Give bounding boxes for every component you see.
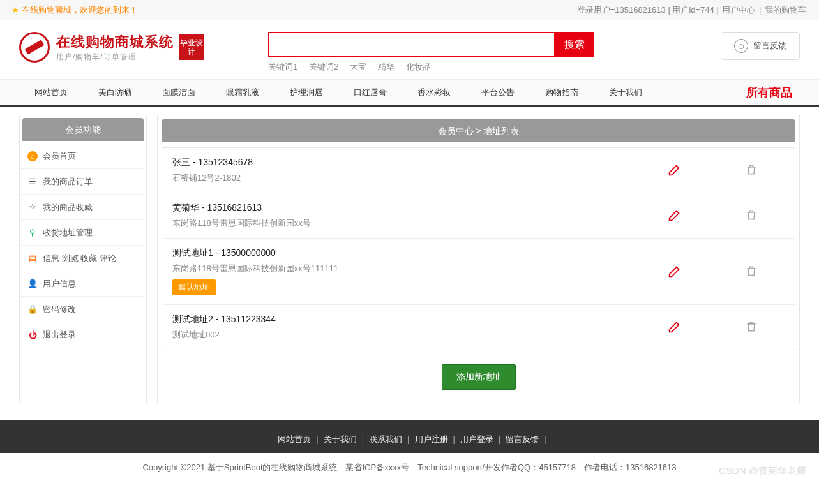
logo-icon — [19, 32, 50, 63]
sidebar-item[interactable]: ☆我的商品收藏 — [20, 195, 146, 220]
user-center-link[interactable]: 用户中心 — [722, 5, 755, 15]
welcome-text: ★ 在线购物商城，欢迎您的到来！ — [11, 0, 138, 20]
order-icon: ☰ — [27, 177, 38, 187]
sidebar-item[interactable]: ⚲收货地址管理 — [20, 220, 146, 246]
footer-link[interactable]: 用户登录 — [460, 434, 493, 444]
keyword-link[interactable]: 精华 — [378, 62, 394, 71]
keyword-link[interactable]: 关键词1 — [268, 62, 297, 71]
address-title: 测试地址1 - 13500000000 — [172, 248, 667, 259]
nav-item[interactable]: 平台公告 — [466, 80, 530, 105]
user-id-label: 用户id=744 — [672, 5, 714, 15]
delete-icon[interactable] — [745, 163, 759, 177]
search-input[interactable] — [268, 32, 555, 57]
edit-icon[interactable] — [667, 209, 681, 223]
address-item: 测试地址1 - 13500000000东岗路118号雷恩国际科技创新园xx号11… — [162, 239, 795, 305]
address-title: 测试地址2 - 13511223344 — [172, 314, 667, 325]
keyword-link[interactable]: 化妆品 — [406, 62, 431, 71]
footer-link[interactable]: 留言反馈 — [506, 434, 539, 444]
breadcrumb: 会员中心 > 地址列表 — [162, 119, 795, 142]
default-address-tag: 默认地址 — [172, 279, 216, 295]
address-item: 张三 - 13512345678石桥铺12号2-1802 — [162, 148, 795, 193]
nav-item[interactable]: 护理润唇 — [274, 80, 338, 105]
star-icon: ☆ — [27, 202, 38, 212]
nav-item[interactable]: 网站首页 — [19, 80, 83, 105]
search-button[interactable]: 搜索 — [555, 32, 594, 57]
sidebar-item-label: 会员首页 — [43, 151, 76, 162]
address-detail: 石桥铺12号2-1802 — [172, 172, 667, 184]
sidebar-item[interactable]: 🔒密码修改 — [20, 297, 146, 322]
nav-item[interactable]: 面膜洁面 — [147, 80, 211, 105]
delete-icon[interactable] — [745, 265, 759, 279]
star-icon: ★ — [11, 0, 19, 20]
nav-item[interactable]: 关于我们 — [594, 80, 657, 105]
footer-link[interactable]: 关于我们 — [324, 434, 357, 444]
copyright-text: Copyright ©2021 基于SprintBoot的在线购物商城系统 某省… — [142, 463, 676, 472]
logo-badge: 毕业设计 — [179, 34, 204, 60]
address-detail: 东岗路118号雷恩国际科技创新园xx号 — [172, 218, 667, 229]
logo-block[interactable]: 在线购物商城系统 用户/购物车/订单管理 毕业设计 — [19, 32, 204, 63]
sidebar-item-label: 退出登录 — [43, 329, 76, 341]
sidebar-item[interactable]: ⌂会员首页 — [20, 144, 146, 169]
sidebar-item-label: 密码修改 — [43, 304, 76, 315]
top-right-links: 登录用户=13516821613 | 用户id=744 | 用户中心 | 我的购… — [577, 0, 808, 20]
all-goods-link[interactable]: 所有商品 — [739, 85, 800, 100]
watermark: CSDN @黄菊华老师 — [719, 465, 806, 477]
address-item: 测试地址2 - 13511223344测试地址002 — [162, 305, 795, 350]
nav-item[interactable]: 美白防晒 — [83, 80, 147, 105]
keyword-link[interactable]: 关键词2 — [309, 62, 338, 71]
list-icon: ▤ — [27, 253, 38, 263]
pin-icon: ⚲ — [27, 228, 38, 238]
nav-item[interactable]: 眼霜乳液 — [211, 80, 274, 105]
address-detail: 测试地址002 — [172, 329, 667, 341]
edit-icon[interactable] — [667, 265, 681, 279]
delete-icon[interactable] — [745, 209, 759, 223]
power-icon: ⏻ — [27, 330, 38, 340]
sidebar-item[interactable]: ⏻退出登录 — [20, 322, 146, 348]
feedback-button[interactable]: ☺ 留言反馈 — [721, 32, 800, 60]
nav-item[interactable]: 口红唇膏 — [338, 80, 402, 105]
nav-item[interactable]: 香水彩妆 — [402, 80, 466, 105]
edit-icon[interactable] — [667, 320, 681, 334]
footer-link[interactable]: 联系我们 — [369, 434, 402, 444]
sidebar-title: 会员功能 — [22, 118, 144, 141]
address-item: 黄菊华 - 13516821613东岗路118号雷恩国际科技创新园xx号 — [162, 193, 795, 239]
address-detail: 东岗路118号雷恩国际科技创新园xx号111111 — [172, 263, 667, 274]
my-cart-link[interactable]: 我的购物车 — [765, 5, 806, 15]
delete-icon[interactable] — [745, 320, 759, 334]
sidebar-item-label: 我的商品订单 — [43, 176, 93, 188]
sidebar-item-label: 信息 浏览 收藏 评论 — [43, 253, 116, 264]
address-title: 张三 - 13512345678 — [172, 157, 667, 168]
logo-subtitle: 用户/购物车/订单管理 — [56, 52, 174, 63]
logo-title: 在线购物商城系统 — [56, 33, 174, 52]
home-icon: ⌂ — [27, 151, 38, 161]
sidebar-item[interactable]: 👤用户信息 — [20, 271, 146, 297]
address-title: 黄菊华 - 13516821613 — [172, 202, 667, 214]
login-user-label: 登录用户=13516821613 — [577, 5, 666, 15]
sidebar-item[interactable]: ☰我的商品订单 — [20, 169, 146, 195]
sidebar-item-label: 用户信息 — [43, 278, 76, 290]
sidebar-item-label: 收货地址管理 — [43, 227, 93, 239]
keyword-link[interactable]: 大宝 — [350, 62, 366, 71]
edit-icon[interactable] — [667, 163, 681, 177]
lock-icon: 🔒 — [27, 304, 38, 315]
footer-link[interactable]: 网站首页 — [278, 434, 311, 444]
sidebar-item-label: 我的商品收藏 — [43, 202, 93, 213]
sidebar-item[interactable]: ▤信息 浏览 收藏 评论 — [20, 246, 146, 271]
footer-link[interactable]: 用户注册 — [415, 434, 448, 444]
add-address-button[interactable]: 添加新地址 — [442, 364, 516, 390]
user-icon: 👤 — [27, 279, 38, 289]
nav-item[interactable]: 购物指南 — [530, 80, 594, 105]
headset-icon: ☺ — [734, 39, 748, 53]
